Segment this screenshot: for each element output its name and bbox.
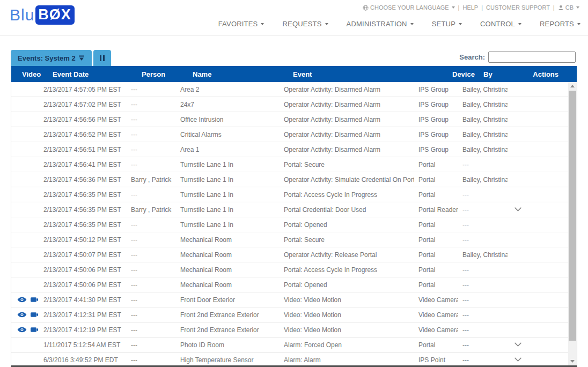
table-row[interactable]: 2/13/2017 4:57:05 PM EST---Area 2Operato… — [11, 82, 568, 97]
by-cell: --- — [458, 296, 508, 304]
nav-item-setup[interactable]: SETUP — [432, 20, 462, 28]
help-link[interactable]: HELP — [462, 4, 478, 11]
video-cell — [11, 312, 38, 318]
nav-item-favorites[interactable]: FAVORITES — [218, 20, 264, 28]
event-cell: Operator Activity: Simulate Credential O… — [280, 176, 414, 184]
table-row[interactable]: 2/13/2017 4:50:07 PM EST---Mechanical Ro… — [11, 247, 568, 262]
user-icon — [558, 5, 564, 11]
table-row[interactable]: 2/13/2017 4:12:31 PM EST---Front 2nd Ext… — [11, 307, 568, 322]
expand-row-chevron-icon[interactable] — [514, 207, 522, 212]
table-row[interactable]: 2/13/2017 4:50:06 PM EST---Mechanical Ro… — [11, 262, 568, 277]
column-header-event[interactable]: Event — [280, 70, 414, 78]
event-cell: Operator Activity: Disarmed Alarm — [280, 101, 414, 108]
table-row[interactable]: 2/13/2017 4:56:36 PM ESTBarry , PatrickT… — [11, 172, 568, 187]
event-cell: Operator Activity: Disarmed Alarm — [280, 116, 414, 123]
table-row[interactable]: 2/13/2017 4:56:51 PM EST---Area 1Operato… — [11, 142, 568, 157]
column-header-video[interactable]: Video — [11, 70, 38, 78]
by-cell: --- — [458, 326, 508, 334]
video-camera-icon[interactable] — [31, 327, 38, 333]
view-video-eye-icon[interactable] — [17, 297, 27, 303]
person-cell: --- — [127, 281, 176, 289]
device-cell: Portal — [414, 191, 458, 199]
table-row[interactable]: 2/13/2017 4:56:56 PM EST---Office Intrus… — [11, 112, 568, 127]
customer-support-link[interactable]: CUSTOMER SUPPORT — [486, 4, 550, 11]
column-header-event-date[interactable]: Event Date — [38, 70, 127, 78]
column-header-person[interactable]: Person — [127, 70, 176, 78]
device-cell: Video Camera — [414, 326, 458, 334]
table-row[interactable]: 1/11/2017 5:12:54 AM EST---Photo ID Room… — [11, 337, 568, 353]
pause-events-button[interactable] — [93, 50, 111, 66]
language-menu[interactable]: CHOOSE YOUR LANGUAGE — [363, 4, 455, 11]
chevron-down-icon — [459, 23, 462, 25]
filter-icon[interactable] — [78, 55, 85, 61]
device-cell: IPS Group — [414, 146, 458, 153]
name-cell: Turnstile Lane 1 In — [176, 206, 280, 214]
table-row[interactable]: 2/13/2017 4:56:52 PM EST---Critical Alar… — [11, 127, 568, 142]
table-row[interactable]: 2/13/2017 4:56:41 PM EST---Turnstile Lan… — [11, 157, 568, 172]
user-menu[interactable]: CB — [558, 4, 579, 11]
event-date-cell: 2/13/2017 4:56:35 PM EST — [38, 221, 127, 229]
view-video-eye-icon[interactable] — [17, 312, 27, 318]
person-cell: --- — [127, 86, 176, 93]
device-cell: IPS Group — [414, 101, 458, 108]
nav-item-requests[interactable]: REQUESTS — [282, 20, 328, 28]
scrollbar-thumb[interactable] — [569, 91, 576, 341]
video-camera-icon[interactable] — [31, 297, 38, 303]
by-cell: --- — [458, 206, 508, 214]
nav-item-reports[interactable]: REPORTS — [540, 20, 580, 28]
person-cell: --- — [127, 356, 176, 364]
expand-row-chevron-icon[interactable] — [514, 357, 522, 362]
chevron-down-icon — [518, 23, 521, 25]
table-row[interactable]: 2/13/2017 4:56:35 PM EST---Turnstile Lan… — [11, 217, 568, 232]
person-cell: --- — [127, 101, 176, 108]
column-header-actions[interactable]: Actions — [508, 70, 577, 78]
table-row[interactable]: 2/13/2017 4:50:12 PM EST---Mechanical Ro… — [11, 232, 568, 247]
person-cell: --- — [127, 326, 176, 334]
globe-icon — [363, 5, 369, 11]
tab-events-system-2[interactable]: Events: System 2 — [11, 50, 92, 66]
person-cell: Barry , Patrick — [127, 176, 176, 184]
table-body-wrap: 2/13/2017 4:57:05 PM EST---Area 2Operato… — [11, 82, 577, 365]
table-row[interactable]: 2/13/2017 4:57:02 PM EST---24x7Operator … — [11, 97, 568, 112]
chevron-down-icon — [576, 6, 579, 9]
video-cell — [11, 297, 38, 303]
vertical-scrollbar[interactable] — [568, 82, 577, 365]
expand-row-chevron-icon[interactable] — [514, 342, 522, 347]
nav-item-administration[interactable]: ADMINISTRATION — [347, 20, 414, 28]
event-date-cell: 2/13/2017 4:56:52 PM EST — [38, 131, 127, 138]
by-cell: --- — [458, 266, 508, 274]
table-row[interactable]: 2/13/2017 4:41:30 PM EST---Front Door Ex… — [11, 292, 568, 307]
name-cell: Turnstile Lane 1 In — [176, 221, 280, 229]
column-header-device[interactable]: Device — [414, 70, 458, 78]
name-cell: Office Intrusion — [176, 116, 280, 123]
nav-item-control[interactable]: CONTROL — [480, 20, 521, 28]
table-row[interactable]: 6/3/2016 3:49:52 PM EDT---High Temperatu… — [11, 353, 568, 365]
scroll-down-button[interactable] — [568, 357, 577, 365]
column-header-name[interactable]: Name — [176, 70, 280, 78]
top-links: CHOOSE YOUR LANGUAGE | HELP | CUSTOMER S… — [363, 4, 579, 11]
by-cell: --- — [458, 236, 508, 244]
event-cell: Portal: Secure — [280, 236, 414, 244]
table-row[interactable]: 2/13/2017 4:56:35 PM ESTBarry , PatrickT… — [11, 202, 568, 217]
person-cell: --- — [127, 221, 176, 229]
table-row[interactable]: 2/13/2017 4:12:19 PM EST---Front 2nd Ext… — [11, 322, 568, 337]
scroll-up-button[interactable] — [568, 82, 577, 90]
device-cell: Portal — [414, 341, 458, 349]
person-cell: --- — [127, 161, 176, 168]
table-row[interactable]: 2/13/2017 4:56:35 PM EST---Turnstile Lan… — [11, 187, 568, 202]
event-date-cell: 2/13/2017 4:50:12 PM EST — [38, 236, 127, 244]
logo-blu-text: Blu — [10, 6, 34, 24]
event-cell: Video: Video Motion — [280, 296, 414, 304]
event-date-cell: 2/13/2017 4:41:30 PM EST — [38, 296, 127, 304]
logo-box-text: BØX — [35, 5, 75, 25]
by-cell: Bailey, Christina — [458, 176, 508, 184]
column-header-by[interactable]: By — [458, 70, 508, 78]
events-panel: Events: System 2 Search: Video Event Dat… — [11, 50, 577, 367]
search-input[interactable] — [488, 52, 576, 63]
by-cell: Bailey, Christina — [458, 146, 508, 153]
video-camera-icon[interactable] — [31, 312, 38, 318]
by-cell: Bailey, Christina — [458, 116, 508, 123]
table-row[interactable]: 2/13/2017 4:50:06 PM EST---Mechanical Ro… — [11, 277, 568, 292]
view-video-eye-icon[interactable] — [17, 327, 27, 333]
event-cell: Operator Activity: Disarmed Alarm — [280, 146, 414, 153]
